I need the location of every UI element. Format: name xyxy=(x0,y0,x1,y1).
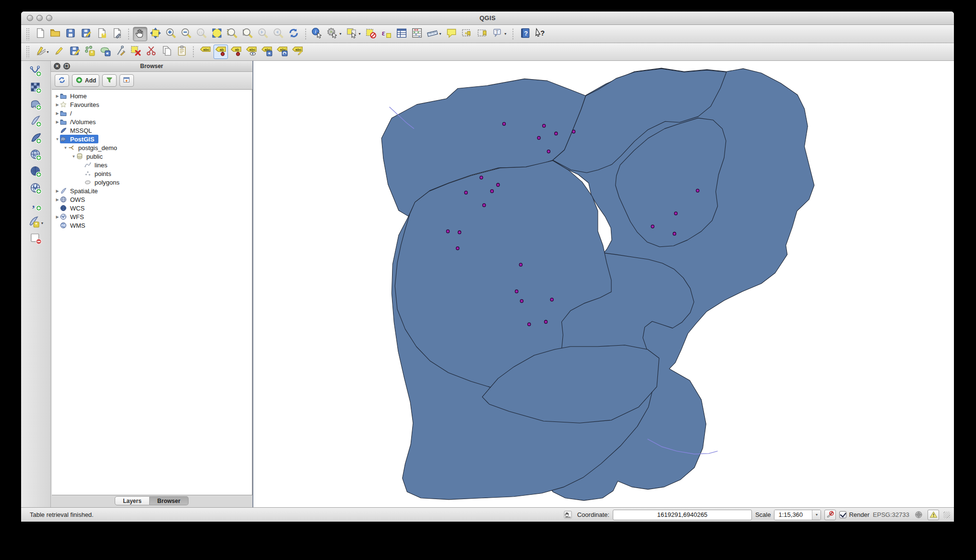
zoom-window-button[interactable] xyxy=(46,15,52,21)
tree-item-[interactable]: ▶/ xyxy=(52,109,252,117)
zoom-last-button[interactable] xyxy=(256,27,270,41)
add-wfs-layer-button[interactable] xyxy=(28,182,44,197)
delete-selected-button[interactable] xyxy=(129,45,143,59)
chevron-right-icon[interactable]: ▶ xyxy=(55,111,60,116)
pan-to-selection-button[interactable] xyxy=(148,27,163,41)
tree-item-home[interactable]: ▶Home xyxy=(52,92,252,100)
tree-item-postgis[interactable]: ▼PostGIS xyxy=(52,135,252,143)
run-feature-action-button[interactable]: ▼ xyxy=(325,27,344,41)
text-annotation-button[interactable]: T▼ xyxy=(490,27,509,41)
resize-grip[interactable] xyxy=(943,512,950,518)
chevron-right-icon[interactable]: ▶ xyxy=(55,103,60,107)
cut-features-button[interactable] xyxy=(144,45,158,59)
title-bar[interactable]: QGIS xyxy=(21,12,954,25)
add-spatialite-layer-button[interactable] xyxy=(28,115,44,129)
help-contents-button[interactable]: ? xyxy=(518,27,532,41)
add-raster-layer-button[interactable] xyxy=(28,82,44,96)
zoom-in-button[interactable] xyxy=(164,27,178,41)
new-bookmark-button[interactable]: * xyxy=(460,27,474,41)
tree-item-polygons[interactable]: polygons xyxy=(52,178,252,187)
crs-status-button[interactable] xyxy=(913,510,924,520)
add-postgis-layer-button[interactable] xyxy=(28,98,44,113)
add-delimited-text-layer-button[interactable]: , xyxy=(28,199,44,213)
tree-item-lines[interactable]: lines xyxy=(52,161,252,169)
tree-item-public[interactable]: ▼public xyxy=(52,152,252,161)
tree-item-spatialite[interactable]: ▶SpatiaLite xyxy=(52,187,252,195)
unpin-labels-button[interactable]: ab xyxy=(229,45,243,59)
chevron-right-icon[interactable]: ▶ xyxy=(55,189,60,193)
minimize-window-button[interactable] xyxy=(36,15,43,21)
messages-button[interactable] xyxy=(928,510,939,520)
current-edits-button[interactable]: ▼ xyxy=(33,45,51,59)
rotate-label-button[interactable]: abc xyxy=(275,45,289,59)
pin-labels-button[interactable]: ab xyxy=(214,45,228,59)
open-attribute-table-button[interactable] xyxy=(394,27,409,41)
measure-line-dropdown-icon[interactable]: ▼ xyxy=(439,32,442,35)
select-features-button[interactable]: ▼ xyxy=(345,27,363,41)
show-bookmarks-button[interactable] xyxy=(475,27,489,41)
refresh-browser-button[interactable] xyxy=(55,74,69,87)
copy-features-button[interactable] xyxy=(159,45,174,59)
chevron-right-icon[interactable]: ▶ xyxy=(55,94,60,98)
current-edits-dropdown-icon[interactable]: ▼ xyxy=(46,50,49,54)
render-checkbox[interactable] xyxy=(839,511,846,518)
scale-combo[interactable]: 1:15,360 ▼ xyxy=(774,510,821,520)
add-feature-button[interactable]: * xyxy=(83,45,97,59)
show-hide-labels-button[interactable]: abc xyxy=(244,45,259,59)
select-by-expression-button[interactable]: ε xyxy=(379,27,393,41)
statistical-summary-button[interactable] xyxy=(410,27,424,41)
chevron-right-icon[interactable]: ▶ xyxy=(55,120,60,124)
run-feature-action-dropdown-icon[interactable]: ▼ xyxy=(339,32,342,35)
browser-tree[interactable]: ▶Home▶Favourites▶/▶/VolumesMSSQL▼PostGIS… xyxy=(52,89,252,495)
remove-layer-button[interactable] xyxy=(28,233,44,247)
render-toggle[interactable]: Render xyxy=(839,511,869,518)
tree-item-mssql[interactable]: MSSQL xyxy=(52,126,252,135)
move-label-button[interactable]: abc xyxy=(260,45,274,59)
move-feature-button[interactable] xyxy=(98,45,112,59)
zoom-to-layer-button[interactable] xyxy=(240,27,255,41)
zoom-full-button[interactable] xyxy=(210,27,224,41)
new-project-button[interactable] xyxy=(33,27,47,41)
chevron-down-icon[interactable]: ▼ xyxy=(55,137,60,141)
labeling-button[interactable]: abc xyxy=(198,45,213,59)
tree-item-favourites[interactable]: ▶Favourites xyxy=(52,100,252,109)
add-wms-layer-button[interactable] xyxy=(28,149,44,163)
save-project-as-button[interactable] xyxy=(79,27,93,41)
tree-item-ows[interactable]: ▶OWS xyxy=(52,195,252,204)
node-tool-button[interactable] xyxy=(113,45,128,59)
filter-browser-button[interactable] xyxy=(102,74,117,87)
refresh-map-button[interactable] xyxy=(286,27,301,41)
tree-item-wfs[interactable]: ▶WFS xyxy=(52,212,252,221)
collapse-all-button[interactable] xyxy=(119,74,134,87)
zoom-native-button[interactable]: 1:1 xyxy=(194,27,209,41)
add-wcs-layer-button[interactable] xyxy=(28,165,44,180)
coordinate-input[interactable] xyxy=(613,510,752,520)
pan-map-button[interactable] xyxy=(133,27,147,41)
save-project-button[interactable] xyxy=(63,27,78,41)
add-vector-layer-button[interactable] xyxy=(28,65,44,79)
zoom-next-button[interactable] xyxy=(271,27,286,41)
save-layer-edits-button[interactable] xyxy=(67,45,82,59)
toggle-editing-button[interactable] xyxy=(52,45,66,59)
map-canvas[interactable] xyxy=(252,61,954,507)
tree-item-volumes[interactable]: ▶/Volumes xyxy=(52,117,252,126)
stop-rendering-button[interactable] xyxy=(824,510,836,520)
new-print-composer-button[interactable]: * xyxy=(94,27,108,41)
tree-item-wms[interactable]: WMS xyxy=(52,221,252,230)
open-project-button[interactable] xyxy=(48,27,62,41)
chevron-down-icon[interactable]: ▼ xyxy=(71,154,76,159)
map-tips-button[interactable] xyxy=(444,27,459,41)
change-label-properties-button[interactable]: abc xyxy=(290,45,305,59)
new-shapefile-layer-button[interactable]: *▼ xyxy=(26,216,46,230)
new-shapefile-layer-dropdown-icon[interactable]: ▼ xyxy=(41,222,44,225)
deselect-features-button[interactable] xyxy=(364,27,378,41)
browser-panel-header[interactable]: Browser ✕ ❐ xyxy=(51,61,252,72)
tree-item-wcs[interactable]: WCS xyxy=(52,204,252,212)
mouse-position-toggle-button[interactable] xyxy=(562,510,574,520)
chevron-right-icon[interactable]: ▶ xyxy=(55,198,60,202)
measure-line-button[interactable]: ▼ xyxy=(425,27,443,41)
chevron-right-icon[interactable]: ▶ xyxy=(55,215,60,219)
tree-item-postgis-demo[interactable]: ▼postgis_demo xyxy=(52,143,252,152)
paste-features-button[interactable] xyxy=(175,45,189,59)
composer-manager-button[interactable] xyxy=(109,27,124,41)
